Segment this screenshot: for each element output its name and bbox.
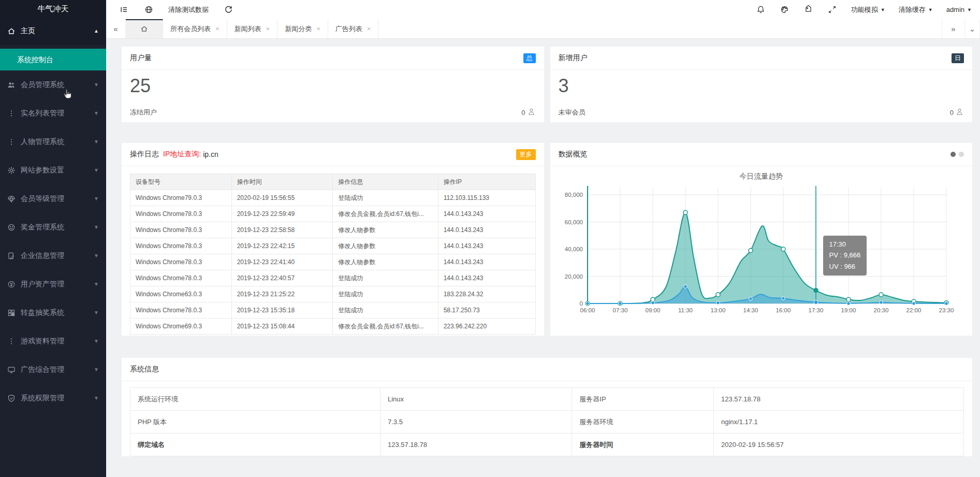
monitor-icon xyxy=(6,366,17,374)
log-cell: Windows Chrome69.0.3 xyxy=(130,319,232,335)
close-icon[interactable]: × xyxy=(316,25,320,33)
system-info-table: 系统运行环境Linux服务器IP123.57.18.78PHP 版本7.3.5服… xyxy=(130,387,964,456)
system-info-title: 系统信息 xyxy=(130,365,159,374)
sidebar-item-广告综合管理[interactable]: 广告综合管理▼ xyxy=(0,355,106,384)
log-cell: 2019-12-23 22:42:15 xyxy=(231,238,333,254)
globe-icon[interactable] xyxy=(143,5,154,15)
sidebar-item-网站参数设置[interactable]: 网站参数设置▼ xyxy=(0,156,106,184)
log-cell: Windows Chrome78.0.3 xyxy=(130,302,232,319)
log-cell: 修改会员金额,会员id:67,钱包i... xyxy=(333,319,438,335)
chevron-down-icon: ▼ xyxy=(94,310,99,315)
chevron-up-icon: ▲ xyxy=(94,28,99,34)
log-row[interactable]: Windows Chrome78.0.32019-12-23 22:41:40修… xyxy=(130,254,536,270)
log-column-header: 操作IP xyxy=(438,174,535,190)
tab-广告列表[interactable]: 广告列表× xyxy=(328,19,379,38)
chevron-down-icon: ▼ xyxy=(94,196,99,201)
stat-card-new-users: 新增用户 日 3 未审会员 0 xyxy=(550,47,973,122)
sidebar-item-会员管理系统[interactable]: 会员管理系统▼ xyxy=(0,70,106,99)
theme-palette-icon[interactable] xyxy=(780,5,790,15)
log-cell: 2019-12-23 22:59:49 xyxy=(231,206,333,222)
tab-新闻列表[interactable]: 新闻列表× xyxy=(227,19,278,38)
tabs-scroll-left-button[interactable]: « xyxy=(106,19,126,38)
log-cell: Windows Chrome78.0.3 xyxy=(130,222,232,238)
system-info-value: nginx/1.17.1 xyxy=(713,411,963,433)
log-cell: 2019-12-23 22:58:58 xyxy=(231,222,333,238)
collapse-sidebar-icon[interactable] xyxy=(119,5,129,15)
log-row[interactable]: Windows Chrome78.0.32019-12-23 15:35:18登… xyxy=(130,302,536,319)
log-row[interactable]: Windows Chrome63.0.32019-12-23 21:25:22登… xyxy=(130,286,536,302)
dots-icon xyxy=(6,337,17,345)
gear-icon xyxy=(6,166,17,175)
tabs-scroll-right-button[interactable]: » xyxy=(942,19,964,38)
refresh-icon[interactable] xyxy=(223,5,233,15)
close-icon[interactable]: × xyxy=(266,25,270,33)
log-cell: Windows Chrome63.0.3 xyxy=(130,286,232,302)
home-icon xyxy=(140,25,148,34)
sidebar: 牛气冲天 主页▲系统控制台会员管理系统▼实名列表管理▼人物管理系统▼网站参数设置… xyxy=(0,0,106,477)
log-row[interactable]: Windows Chrome78.0.32019-12-23 22:42:15修… xyxy=(130,238,536,254)
log-row[interactable]: Windows Chrome78.0.32019-12-23 22:59:49修… xyxy=(130,206,536,222)
sidebar-item-系统权限管理[interactable]: 系统权限管理▼ xyxy=(0,384,106,412)
log-row[interactable]: Windows Chrome79.0.32020-02-19 15:56:55登… xyxy=(130,190,536,206)
traffic-chart[interactable]: 020,00040,00060,00080,00006:0007:3009:00… xyxy=(550,182,973,331)
admin-user-dropdown[interactable]: admin▼ xyxy=(946,6,972,13)
sidebar-item-label: 会员等级管理 xyxy=(21,194,94,204)
sidebar-item-人物管理系统[interactable]: 人物管理系统▼ xyxy=(0,127,106,156)
log-row[interactable]: Windows Chrome78.0.32019-12-23 22:58:58修… xyxy=(130,222,536,238)
tabs-menu-button[interactable]: ⌄ xyxy=(964,19,980,38)
main-content: 用户量 总 25 冻结用户 0 新增用户 日 3 未审会员 0 xyxy=(106,39,980,477)
tab-bar: « 所有会员列表×新闻列表×新闻分类×广告列表× » ⌄ xyxy=(106,19,980,39)
operation-log-table[interactable]: 设备型号操作时间操作信息操作IPWindows Chrome79.0.32020… xyxy=(130,174,536,335)
sidebar-item-label: 主页 xyxy=(21,26,94,36)
stat-footer-label: 冻结用户 xyxy=(130,108,157,117)
chart-title: 今日流量趋势 xyxy=(550,172,973,181)
operation-log-card: 操作日志 IP地址查询: ip.cn 更多 设备型号操作时间操作信息操作IPWi… xyxy=(122,143,544,336)
sidebar-item-转盘抽奖系统[interactable]: 转盘抽奖系统▼ xyxy=(0,298,106,327)
sidebar-item-label: 网站参数设置 xyxy=(21,166,94,175)
clear-test-data-button[interactable]: 清除测试数据 xyxy=(168,5,209,15)
log-cell: 58.17.250.73 xyxy=(438,302,535,319)
sidebar-item-企业信息管理[interactable]: 企业信息管理▼ xyxy=(0,241,106,270)
chevron-down-icon: ▼ xyxy=(94,167,99,173)
log-cell: 2019-12-23 22:41:40 xyxy=(231,254,333,270)
stat-value: 3 xyxy=(559,77,973,95)
close-icon[interactable]: × xyxy=(215,25,220,33)
sidebar-item-实名列表管理[interactable]: 实名列表管理▼ xyxy=(0,99,106,127)
tag-icon[interactable] xyxy=(803,5,814,15)
stat-badge-total[interactable]: 总 xyxy=(523,53,536,63)
chevron-down-icon: ▼ xyxy=(881,7,885,12)
svg-text:60,000: 60,000 xyxy=(564,219,582,225)
sidebar-item-label: 奖金管理系统 xyxy=(21,223,94,232)
clear-cache-dropdown[interactable]: 清除缓存▼ xyxy=(899,5,933,15)
chevron-down-icon: ▼ xyxy=(928,7,933,12)
sidebar-item-会员等级管理[interactable]: 会员等级管理▼ xyxy=(0,184,106,213)
notification-bell-icon[interactable] xyxy=(756,5,766,15)
tab-label: 新闻列表 xyxy=(235,24,261,34)
carousel-dot-active[interactable] xyxy=(950,152,956,157)
chevron-down-icon: ▼ xyxy=(967,7,972,12)
sidebar-item-系统控制台[interactable]: 系统控制台 xyxy=(0,49,106,70)
toolbar-right-group: 功能模拟▼ 清除缓存▼ admin▼ xyxy=(756,5,972,15)
sidebar-item-label: 游戏资料管理 xyxy=(21,337,94,346)
ip-query-link[interactable]: ip.cn xyxy=(203,150,218,158)
stat-badge-daily[interactable]: 日 xyxy=(952,53,964,63)
log-row[interactable]: Windows Chrome69.0.32019-12-23 15:08:44修… xyxy=(130,319,536,335)
sidebar-item-奖金管理系统[interactable]: 奖金管理系统▼ xyxy=(0,213,106,241)
sidebar-item-游戏资料管理[interactable]: 游戏资料管理▼ xyxy=(0,327,106,355)
tab-新闻分类[interactable]: 新闻分类× xyxy=(277,19,328,38)
tab-所有会员列表[interactable]: 所有会员列表× xyxy=(163,19,227,38)
function-simulate-dropdown[interactable]: 功能模拟▼ xyxy=(851,5,885,15)
log-cell: Windows Chrome78.0.3 xyxy=(130,238,232,254)
log-cell: 144.0.143.243 xyxy=(438,254,535,270)
dots-icon xyxy=(6,109,17,118)
close-icon[interactable]: × xyxy=(367,25,371,33)
log-row[interactable]: Windows Chrome78.0.32019-12-23 22:40:57登… xyxy=(130,270,536,286)
users-icon xyxy=(6,81,17,89)
carousel-dot[interactable] xyxy=(959,152,964,157)
more-button[interactable]: 更多 xyxy=(516,149,536,160)
fullscreen-icon[interactable] xyxy=(827,5,838,15)
tab-home[interactable] xyxy=(126,19,163,38)
sidebar-item-主页[interactable]: 主页▲ xyxy=(0,18,106,45)
stat-card-title: 新增用户 xyxy=(559,53,588,63)
sidebar-item-用户资产管理[interactable]: 用户资产管理▼ xyxy=(0,270,106,298)
